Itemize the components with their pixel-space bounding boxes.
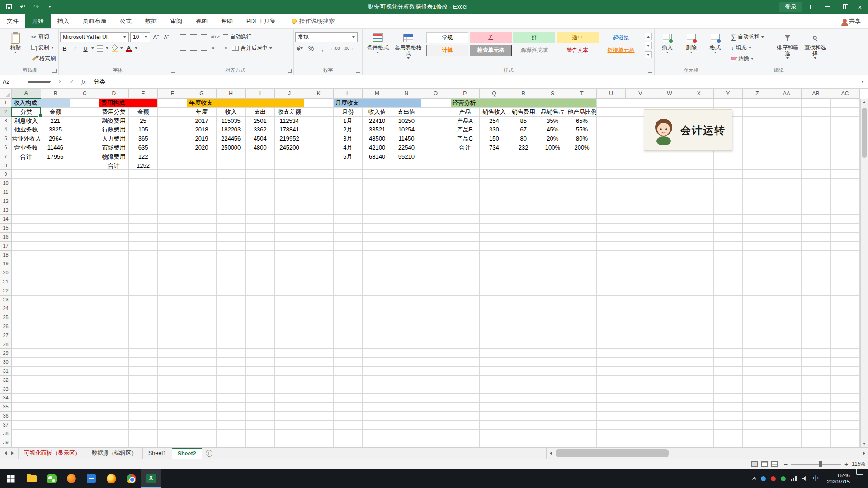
row-header-8[interactable]: 8 (0, 161, 12, 170)
find-select-button[interactable]: 查找和选择 (802, 30, 828, 59)
cell-L6[interactable]: 4月 (334, 143, 363, 152)
copy-button[interactable]: 复制 (30, 43, 57, 52)
vertical-scroll-track[interactable] (861, 106, 868, 440)
dialog-launcher-icon[interactable] (288, 69, 292, 73)
taskbar-app-blue-app[interactable] (81, 469, 101, 488)
cell-P4[interactable]: 产品B (451, 125, 480, 134)
column-header-Q[interactable]: Q (480, 89, 509, 99)
cell-L2[interactable]: 月份 (334, 108, 363, 116)
cell-R3[interactable]: 85 (509, 117, 538, 125)
column-header-W[interactable]: W (655, 89, 684, 99)
zoom-slider[interactable] (791, 464, 841, 465)
cell-R5[interactable]: 80 (509, 134, 538, 143)
column-header-D[interactable]: D (99, 89, 129, 99)
ribbon-tab-视图[interactable]: 视图 (189, 14, 214, 28)
cell-L5[interactable]: 3月 (334, 134, 363, 143)
cell-N6[interactable]: 22540 (392, 143, 421, 152)
underline-button[interactable]: U (81, 44, 90, 53)
ribbon-tab-页面布局[interactable]: 页面布局 (76, 14, 113, 28)
network-icon[interactable] (791, 476, 797, 481)
column-header-A[interactable]: A (12, 89, 41, 99)
number-format-select[interactable]: 常规 (295, 32, 358, 42)
sheet-tab-Sheet2[interactable]: Sheet2 (172, 448, 202, 459)
row-header-31[interactable]: 31 (0, 367, 12, 376)
show-desktop-button[interactable] (866, 469, 868, 488)
cell-G2[interactable]: 年度 (187, 108, 216, 116)
delete-cells-button[interactable]: 删除 (680, 30, 703, 53)
save-button[interactable] (3, 0, 15, 14)
select-all-corner[interactable] (0, 89, 12, 99)
row-header-27[interactable]: 27 (0, 331, 12, 340)
row-header-3[interactable]: 3 (0, 117, 12, 126)
action-center-icon[interactable] (856, 469, 863, 475)
cell-B6[interactable]: 11446 (41, 143, 70, 152)
horizontal-scroll-thumb[interactable] (556, 449, 669, 457)
cell-A1[interactable]: 收入构成 (12, 99, 70, 107)
row-header-14[interactable]: 14 (0, 215, 12, 224)
scroll-left-button[interactable] (547, 448, 555, 459)
conditional-formatting-button[interactable]: 条件格式 (364, 30, 392, 53)
fill-button[interactable]: ↓填充 (730, 43, 773, 52)
increase-indent-button[interactable]: ⇥ (220, 44, 229, 53)
column-header-U[interactable]: U (597, 89, 626, 99)
row-header-34[interactable]: 34 (0, 394, 12, 403)
cell-P6[interactable]: 合计 (451, 143, 480, 152)
align-middle-button[interactable] (189, 33, 198, 42)
cell-B2[interactable]: 金额 (41, 108, 70, 116)
row-header-2[interactable]: 2 (0, 108, 12, 117)
cell-L1[interactable]: 月度收支 (334, 99, 421, 107)
expand-formula-bar-button[interactable] (857, 75, 868, 88)
column-header-N[interactable]: N (392, 89, 421, 99)
login-button[interactable]: 登录 (779, 2, 802, 12)
cell-style-item-计算[interactable]: 计算 (426, 45, 468, 56)
cell-R4[interactable]: 67 (509, 125, 538, 134)
cell-T5[interactable]: 80% (567, 134, 596, 143)
column-header-F[interactable]: F (158, 89, 187, 99)
row-header-6[interactable]: 6 (0, 143, 12, 152)
cell-H6[interactable]: 250000 (217, 143, 245, 152)
row-header-11[interactable]: 11 (0, 188, 12, 197)
cell-I2[interactable]: 支出 (246, 108, 275, 116)
row-header-38[interactable]: 38 (0, 429, 12, 438)
next-sheet-button[interactable] (11, 451, 14, 455)
cell-J3[interactable]: 112534 (275, 117, 304, 125)
row-header-15[interactable]: 15 (0, 224, 12, 233)
sort-filter-button[interactable]: 排序和筛选 (774, 30, 801, 59)
column-header-AA[interactable]: AA (772, 89, 802, 99)
column-header-K[interactable]: K (304, 89, 334, 99)
autosum-button[interactable]: ∑自动求和 (730, 32, 773, 42)
mascot-image[interactable]: 会计运转 (644, 109, 732, 151)
taskbar-app-chrome[interactable] (121, 469, 141, 488)
cell-D6[interactable]: 市场费用 (99, 143, 128, 152)
cell-N3[interactable]: 10250 (392, 117, 421, 125)
prev-sheet-button[interactable] (5, 451, 7, 455)
cell-style-item-差[interactable]: 差 (470, 32, 512, 43)
format-painter-button[interactable]: 格式刷 (30, 54, 57, 63)
cell-B7[interactable]: 17956 (41, 152, 70, 161)
cell-D8[interactable]: 合计 (99, 161, 128, 170)
row-header-23[interactable]: 23 (0, 296, 12, 305)
sheet-tab-Sheet1[interactable]: Sheet1 (143, 448, 172, 459)
cell-style-item-警告文本[interactable]: 警告文本 (557, 45, 599, 56)
cell-E8[interactable]: 1252 (129, 161, 158, 170)
row-header-1[interactable]: 1 (0, 99, 12, 108)
column-header-L[interactable]: L (334, 89, 363, 99)
cell-style-item-解释性文本[interactable]: 解释性文本 (513, 45, 555, 56)
tray-app-icon[interactable] (761, 476, 766, 481)
align-center-button[interactable] (189, 44, 198, 53)
column-header-T[interactable]: T (567, 89, 597, 99)
cell-N7[interactable]: 55210 (392, 152, 421, 161)
cell-L4[interactable]: 2月 (334, 125, 363, 134)
row-header-19[interactable]: 19 (0, 259, 12, 268)
cell-H4[interactable]: 182203 (217, 125, 245, 134)
column-header-Y[interactable]: Y (714, 89, 743, 99)
increase-decimal-button[interactable]: ←.00 (329, 44, 341, 53)
gallery-more-button[interactable] (645, 51, 652, 58)
row-header-9[interactable]: 9 (0, 170, 12, 179)
ribbon-display-options-button[interactable] (806, 0, 819, 14)
comma-style-button[interactable]: , (318, 44, 327, 53)
confirm-entry-button[interactable]: ✓ (66, 78, 78, 85)
row-header-26[interactable]: 26 (0, 322, 12, 331)
column-header-C[interactable]: C (70, 89, 99, 99)
cell-A4[interactable]: 他业务收 (12, 125, 41, 134)
